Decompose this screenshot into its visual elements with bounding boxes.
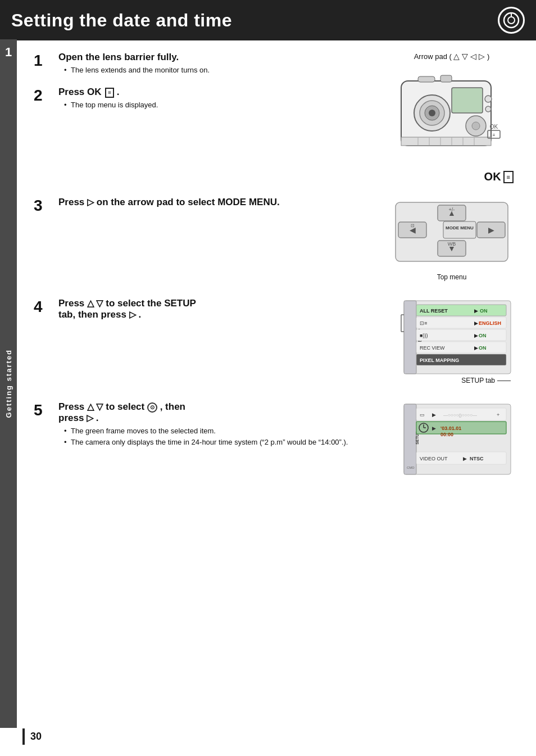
svg-text:▶: ▶ bbox=[474, 345, 478, 351]
step-4-content: Press △ ▽ to select the SETUP tab, then … bbox=[58, 298, 373, 323]
svg-rect-13 bbox=[418, 76, 435, 82]
step-2: 2 Press OK ≡ . The top menu is displayed… bbox=[34, 87, 379, 111]
step-5-period: . bbox=[96, 413, 99, 423]
step-5-text1: to select bbox=[106, 401, 147, 412]
arrow-pad-text: Arrow pad ( bbox=[414, 52, 452, 61]
step-4-left: 4 Press △ ▽ to select the SETUP tab, the… bbox=[34, 298, 379, 323]
step-5-text2: , then bbox=[160, 401, 185, 412]
step-1-title: Open the lens barrier fully. bbox=[58, 52, 379, 63]
step-5-right: SETUP CMD ▭ ▶ —○○○○()○○○○— + ▶ '03.01.01… bbox=[379, 401, 525, 477]
step-2-period: . bbox=[117, 87, 120, 97]
step-1-content: Open the lens barrier fully. The lens ex… bbox=[58, 52, 379, 76]
step-4-arrow-right: ▷ bbox=[129, 310, 136, 319]
step-2-details: The top menu is displayed. bbox=[64, 100, 379, 110]
step-2-bullet-1: The top menu is displayed. bbox=[64, 100, 379, 110]
svg-text:REC VIEW: REC VIEW bbox=[420, 345, 445, 351]
step-4-text2: tab, then press bbox=[58, 309, 129, 320]
ok-box-icon: ≡ bbox=[503, 171, 514, 183]
svg-text:▶: ▶ bbox=[474, 308, 478, 314]
arrow-pad-label: Arrow pad ( △ ▽ ◁ ▷ ) bbox=[414, 52, 490, 61]
svg-text:▶: ▶ bbox=[432, 412, 436, 418]
header-icon bbox=[498, 7, 525, 34]
step-3-title: Press ▷ on the arrow pad to select MODE … bbox=[58, 197, 373, 208]
svg-rect-15 bbox=[401, 137, 491, 146]
svg-text:■))): ■))) bbox=[420, 333, 428, 338]
step-5-content: Press △ ▽ to select ⊙ , then press ▷ . T… bbox=[58, 401, 373, 449]
step-5-press2: press bbox=[58, 413, 87, 423]
svg-text:'03.01.01: '03.01.01 bbox=[440, 425, 461, 431]
arrow-pad-close: ) bbox=[487, 52, 489, 61]
step-4-right: SETUP ALL RESET ▶ ON ⊡≡ ▶ ENGLISH ■))) ▶… bbox=[379, 298, 525, 384]
step-1: 1 Open the lens barrier fully. The lens … bbox=[34, 52, 379, 76]
svg-text:+/-: +/- bbox=[449, 207, 455, 212]
svg-rect-40 bbox=[404, 301, 416, 374]
svg-text:PIXEL MAPPING: PIXEL MAPPING bbox=[420, 357, 459, 363]
svg-point-9 bbox=[485, 96, 492, 102]
svg-rect-14 bbox=[440, 75, 452, 82]
step-5-arrow-right: ▷ bbox=[87, 413, 93, 423]
step-4-arrows-ud: △ ▽ bbox=[87, 298, 103, 308]
svg-text:00:00: 00:00 bbox=[440, 432, 453, 437]
step-5-details: The green frame moves to the selected it… bbox=[64, 426, 373, 447]
step-3-number: 3 bbox=[34, 198, 52, 214]
step-3-row: 3 Press ▷ on the arrow pad to select MOD… bbox=[34, 197, 525, 281]
step-3: 3 Press ▷ on the arrow pad to select MOD… bbox=[34, 197, 373, 214]
top-menu-diagram: ▲ +/- ◀ ⊡ ▶ MODE MENU ▼ WB bbox=[390, 197, 514, 281]
svg-text:CMD: CMD bbox=[407, 466, 415, 469]
step-1-bullet-1: The lens extends and the monitor turns o… bbox=[64, 65, 379, 75]
sidebar-label: Getting started bbox=[4, 349, 13, 418]
step-5-row: 5 Press △ ▽ to select ⊙ , then press ▷ . bbox=[34, 401, 525, 477]
svg-text:ON: ON bbox=[480, 308, 488, 314]
svg-point-1 bbox=[508, 17, 515, 24]
step-2-title: Press OK ≡ . bbox=[58, 87, 379, 98]
step-4: 4 Press △ ▽ to select the SETUP tab, the… bbox=[34, 298, 373, 323]
steps-1-2-section: 1 Open the lens barrier fully. The lens … bbox=[34, 52, 525, 183]
step-5-bullet-2: The camera only displays the time in 24-… bbox=[64, 437, 373, 447]
sidebar-number: 1 bbox=[5, 45, 12, 60]
svg-text:▶: ▶ bbox=[488, 225, 494, 234]
svg-text:+: + bbox=[497, 412, 499, 418]
svg-text:⊡: ⊡ bbox=[411, 223, 415, 228]
step-3-text: on the arrow pad to select MODE MENU. bbox=[97, 197, 280, 207]
setup-tab-text: SETUP tab bbox=[461, 377, 495, 384]
steps-1-2-left: 1 Open the lens barrier fully. The lens … bbox=[34, 52, 379, 121]
main-content: 1 Open the lens barrier fully. The lens … bbox=[22, 40, 536, 505]
svg-rect-8 bbox=[452, 88, 483, 113]
step-4-period: . bbox=[138, 309, 141, 320]
ok-label: OK ≡ bbox=[379, 170, 525, 183]
page-number: 30 bbox=[22, 728, 536, 745]
svg-point-7 bbox=[429, 110, 435, 116]
camera-diagram: Arrow pad ( △ ▽ ◁ ▷ ) bbox=[379, 52, 525, 183]
svg-text:▶: ▶ bbox=[432, 425, 436, 431]
svg-text:MODE MENU: MODE MENU bbox=[446, 225, 474, 230]
step-2-number: 2 bbox=[34, 88, 52, 111]
svg-text:▶: ▶ bbox=[463, 456, 467, 461]
camera-illustration: OK ≡ bbox=[390, 64, 514, 168]
step-3-left: 3 Press ▷ on the arrow pad to select MOD… bbox=[34, 197, 379, 214]
step-1-details: The lens extends and the monitor turns o… bbox=[64, 65, 379, 75]
top-menu-label: Top menu bbox=[437, 273, 467, 281]
step-4-row: 4 Press △ ▽ to select the SETUP tab, the… bbox=[34, 298, 525, 384]
svg-text:▶: ▶ bbox=[474, 333, 478, 338]
step-5-number: 5 bbox=[34, 402, 52, 449]
step-5-clock-icon: ⊙ bbox=[147, 402, 157, 413]
svg-text:ENGLISH: ENGLISH bbox=[479, 320, 501, 326]
step-5-bullet-1: The green frame moves to the selected it… bbox=[64, 426, 373, 436]
step-4-press1: Press bbox=[58, 298, 87, 309]
step-1-number: 1 bbox=[34, 53, 52, 76]
step-4-text1: to select the SETUP bbox=[106, 298, 196, 309]
step-5-title: Press △ ▽ to select ⊙ , then press ▷ . bbox=[58, 401, 373, 424]
svg-text:≡: ≡ bbox=[493, 133, 496, 138]
step-2-ok-icon: ≡ bbox=[105, 88, 114, 98]
step-5-arrows-ud: △ ▽ bbox=[87, 402, 103, 411]
step-3-arrow: ▷ bbox=[87, 197, 94, 207]
setup-tab-arrow: —— bbox=[497, 377, 511, 384]
svg-text:ON: ON bbox=[479, 345, 487, 351]
svg-text:ON: ON bbox=[479, 333, 487, 338]
svg-text:NTSC: NTSC bbox=[470, 456, 484, 461]
sidebar: 1 Getting started bbox=[0, 39, 17, 728]
svg-text:ALL RESET: ALL RESET bbox=[420, 308, 448, 314]
step-2-content: Press OK ≡ . The top menu is displayed. bbox=[58, 87, 379, 111]
svg-text:VIDEO OUT: VIDEO OUT bbox=[420, 456, 448, 461]
step-2-press-text: Press bbox=[58, 87, 87, 97]
